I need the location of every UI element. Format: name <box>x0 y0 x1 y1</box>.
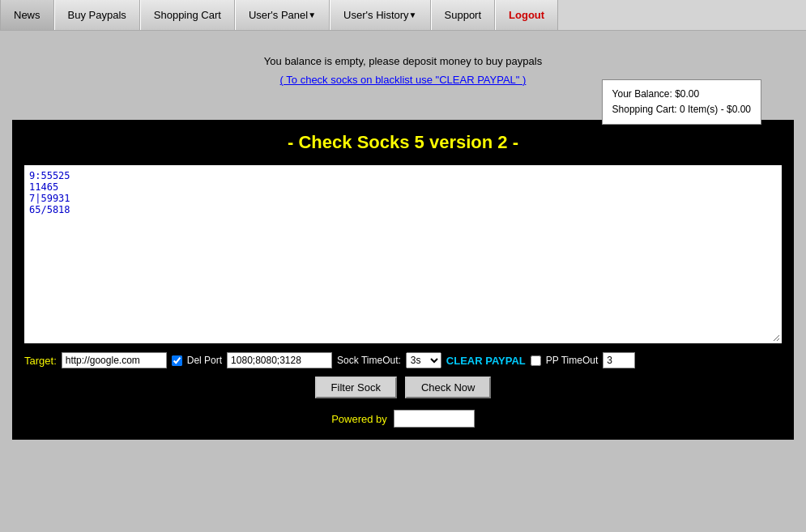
pp-timeout-checkbox[interactable] <box>531 355 541 366</box>
filter-sock-button[interactable]: Filter Sock <box>315 377 397 398</box>
main-panel: - Check Socks 5 version 2 - 9:55525 1146… <box>12 120 794 440</box>
powered-row: Powered by <box>24 410 782 428</box>
main-nav: News Buy Paypals Shopping Cart User's Pa… <box>0 0 806 31</box>
nav-support[interactable]: Support <box>431 0 496 30</box>
nav-news[interactable]: News <box>0 0 54 30</box>
nav-users-history[interactable]: User's History <box>330 0 430 30</box>
powered-input[interactable] <box>394 410 475 428</box>
deposit-message: You balance is empty, please deposit mon… <box>0 55 806 67</box>
target-input[interactable] <box>62 352 167 368</box>
balance-line1: Your Balance: $0.00 <box>612 87 751 102</box>
pp-timeout-input[interactable] <box>603 352 635 368</box>
clear-paypal-button[interactable]: CLEAR PAYPAL <box>446 355 526 367</box>
controls-row: Target: Del Port Sock TimeOut: 1s 2s 3s … <box>24 352 782 368</box>
balance-box: Your Balance: $0.00 Shopping Cart: 0 Ite… <box>602 79 761 125</box>
powered-by-label: Powered by <box>331 413 387 425</box>
nav-buy-paypals[interactable]: Buy Paypals <box>54 0 140 30</box>
target-label: Target: <box>24 355 57 367</box>
blacklist-link[interactable]: ( To check socks on blacklist use "CLEAR… <box>280 74 527 86</box>
sock-timeout-select[interactable]: 1s 2s 3s 5s 10s <box>406 352 441 368</box>
nav-users-panel[interactable]: User's Panel <box>235 0 330 30</box>
delport-label: Del Port <box>187 355 222 366</box>
delport-input[interactable] <box>227 352 332 368</box>
pp-timeout-label: PP TimeOut <box>546 355 598 366</box>
buttons-row: Filter Sock Check Now <box>24 377 782 398</box>
sock-timeout-label: Sock TimeOut: <box>337 355 401 366</box>
socks-input[interactable]: 9:55525 11465 7|59931 65/5818 <box>24 165 782 343</box>
check-now-button[interactable]: Check Now <box>405 377 491 398</box>
balance-line2: Shopping Cart: 0 Item(s) - $0.00 <box>612 102 751 117</box>
panel-title: - Check Socks 5 version 2 - <box>24 132 782 153</box>
nav-shopping-cart[interactable]: Shopping Cart <box>140 0 235 30</box>
delport-checkbox[interactable] <box>172 355 182 366</box>
nav-logout[interactable]: Logout <box>495 0 558 30</box>
